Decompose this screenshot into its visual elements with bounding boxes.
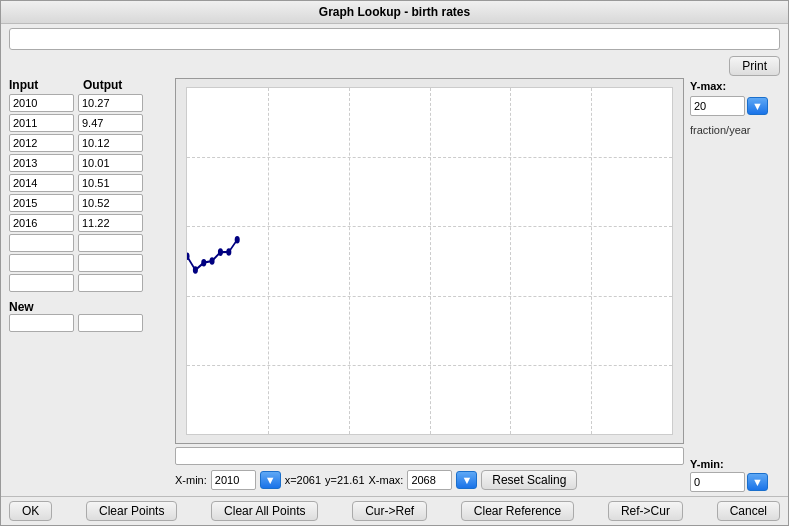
y-max-label: Y-max:	[690, 80, 780, 92]
cancel-button[interactable]: Cancel	[717, 501, 780, 521]
clear-points-button[interactable]: Clear Points	[86, 501, 177, 521]
io-row-0	[9, 94, 169, 112]
input-field-0[interactable]	[9, 94, 74, 112]
cur-ref-button[interactable]: Cur->Ref	[352, 501, 427, 521]
left-panel: Input Output	[9, 78, 169, 492]
input-field-2[interactable]	[9, 134, 74, 152]
ref-cur-button[interactable]: Ref->Cur	[608, 501, 683, 521]
y-max-input[interactable]	[690, 96, 745, 116]
output-field-1[interactable]	[78, 114, 143, 132]
x-range-row: X-min: ▼ x=2061 y=21.61 X-max: ▼ Reset S…	[175, 468, 684, 492]
output-field-new[interactable]	[78, 314, 143, 332]
io-row-2	[9, 134, 169, 152]
y-max-dropdown[interactable]: ▼	[747, 97, 768, 115]
print-button[interactable]: Print	[729, 56, 780, 76]
x-min-label: X-min:	[175, 474, 207, 486]
output-header: Output	[83, 78, 153, 92]
input-field-5[interactable]	[9, 194, 74, 212]
output-field-0[interactable]	[78, 94, 143, 112]
y-max-row: ▼	[690, 96, 780, 116]
status-bar	[175, 444, 684, 468]
input-field-6[interactable]	[9, 214, 74, 232]
text-field-row	[1, 24, 788, 54]
svg-point-5	[226, 248, 231, 256]
output-field-5[interactable]	[78, 194, 143, 212]
print-row: Print	[1, 54, 788, 78]
svg-point-6	[235, 236, 240, 244]
input-field-7[interactable]	[9, 234, 74, 252]
status-input[interactable]	[175, 447, 684, 465]
center-panel: X-min: ▼ x=2061 y=21.61 X-max: ▼ Reset S…	[175, 78, 684, 492]
input-header: Input	[9, 78, 79, 92]
ok-button[interactable]: OK	[9, 501, 52, 521]
svg-point-3	[210, 257, 215, 265]
main-window: Graph Lookup - birth rates Print Input O…	[0, 0, 789, 526]
main-content: Input Output	[1, 78, 788, 496]
y-coord-display: y=21.61	[325, 474, 364, 486]
output-field-2[interactable]	[78, 134, 143, 152]
title-bar: Graph Lookup - birth rates	[1, 1, 788, 24]
output-field-6[interactable]	[78, 214, 143, 232]
svg-point-4	[218, 248, 223, 256]
graph-inner	[186, 87, 673, 435]
svg-point-1	[193, 266, 198, 274]
x-min-dropdown[interactable]: ▼	[260, 471, 281, 489]
output-field-4[interactable]	[78, 174, 143, 192]
window-title: Graph Lookup - birth rates	[319, 5, 470, 19]
output-field-8[interactable]	[78, 254, 143, 272]
io-row-new	[9, 314, 169, 332]
io-row-4	[9, 174, 169, 192]
x-max-input[interactable]	[407, 470, 452, 490]
y-min-section: Y-min: ▼	[690, 456, 780, 492]
io-row-9	[9, 274, 169, 292]
input-field-3[interactable]	[9, 154, 74, 172]
y-min-dropdown[interactable]: ▼	[747, 473, 768, 491]
y-min-input[interactable]	[690, 472, 745, 492]
input-field-9[interactable]	[9, 274, 74, 292]
action-bar: OK Clear Points Clear All Points Cur->Re…	[1, 496, 788, 525]
io-row-3	[9, 154, 169, 172]
output-field-7[interactable]	[78, 234, 143, 252]
unit-label: fraction/year	[690, 124, 780, 136]
output-field-3[interactable]	[78, 154, 143, 172]
graph-area[interactable]	[175, 78, 684, 444]
y-min-row: ▼	[690, 472, 780, 492]
x-max-dropdown[interactable]: ▼	[456, 471, 477, 489]
reset-scaling-button[interactable]: Reset Scaling	[481, 470, 577, 490]
io-header: Input Output	[9, 78, 169, 92]
io-row-1	[9, 114, 169, 132]
io-row-6	[9, 214, 169, 232]
x-max-label: X-max:	[369, 474, 404, 486]
new-label: New	[9, 300, 169, 314]
io-row-7	[9, 234, 169, 252]
input-field-new[interactable]	[9, 314, 74, 332]
clear-reference-button[interactable]: Clear Reference	[461, 501, 574, 521]
output-field-9[interactable]	[78, 274, 143, 292]
y-min-label: Y-min:	[690, 458, 780, 470]
io-row-5	[9, 194, 169, 212]
input-field-4[interactable]	[9, 174, 74, 192]
x-coord-display: x=2061	[285, 474, 321, 486]
io-row-8	[9, 254, 169, 272]
main-text-input[interactable]	[9, 28, 780, 50]
x-min-input[interactable]	[211, 470, 256, 490]
input-field-1[interactable]	[9, 114, 74, 132]
input-field-8[interactable]	[9, 254, 74, 272]
clear-all-points-button[interactable]: Clear All Points	[211, 501, 318, 521]
graph-svg	[187, 88, 672, 434]
svg-point-2	[201, 259, 206, 267]
right-panel: Y-max: ▼ fraction/year Y-min: ▼	[690, 78, 780, 492]
